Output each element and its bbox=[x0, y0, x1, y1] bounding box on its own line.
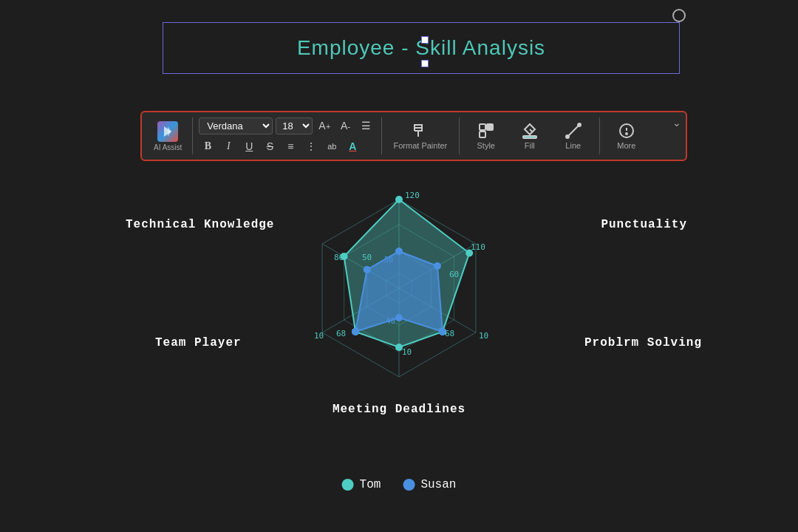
radar-chart: 120 110 60 68 10 68 40 86 50 50 10 10 bbox=[281, 170, 517, 409]
italic-button[interactable]: I bbox=[219, 137, 237, 155]
increase-font-button[interactable]: A+ bbox=[316, 117, 333, 134]
svg-point-7 bbox=[578, 123, 581, 126]
svg-point-29 bbox=[395, 248, 403, 255]
more-icon bbox=[618, 122, 635, 140]
underline-button[interactable]: U bbox=[240, 137, 258, 155]
font-size-select[interactable]: 18 bbox=[276, 117, 313, 134]
svg-point-23 bbox=[395, 196, 403, 203]
svg-rect-3 bbox=[480, 132, 485, 137]
legend-label-tom: Tom bbox=[360, 478, 381, 491]
svg-text:120: 120 bbox=[405, 191, 420, 200]
font-family-select[interactable]: Verdana bbox=[199, 117, 273, 134]
style-button[interactable]: Style bbox=[466, 119, 506, 153]
svg-rect-1 bbox=[480, 124, 485, 130]
strikethrough-button[interactable]: S bbox=[261, 137, 279, 155]
font-color-button[interactable]: A bbox=[344, 137, 361, 155]
svg-text:50: 50 bbox=[384, 256, 393, 264]
ai-assist-icon bbox=[157, 121, 178, 142]
svg-text:60: 60 bbox=[449, 270, 459, 279]
svg-point-6 bbox=[566, 135, 569, 138]
fill-button[interactable]: Fill bbox=[509, 119, 550, 153]
format-painter-icon bbox=[412, 122, 429, 140]
more-button[interactable]: More bbox=[606, 119, 647, 153]
svg-text:68: 68 bbox=[336, 329, 346, 338]
divider-3 bbox=[459, 117, 460, 154]
svg-point-34 bbox=[364, 266, 371, 273]
svg-line-5 bbox=[567, 125, 579, 137]
line-label: Line bbox=[565, 141, 581, 150]
svg-text:110: 110 bbox=[471, 242, 485, 252]
case-button[interactable]: ab bbox=[323, 137, 341, 155]
svg-text:86: 86 bbox=[334, 253, 344, 262]
label-problem-solving: Problrm Solving bbox=[584, 336, 702, 349]
ordered-list-button[interactable]: ≡ bbox=[282, 137, 299, 155]
svg-point-30 bbox=[434, 262, 441, 270]
svg-rect-4 bbox=[523, 136, 536, 138]
svg-text:68: 68 bbox=[445, 329, 454, 338]
style-label: Style bbox=[477, 141, 495, 150]
format-painter-button[interactable]: Format Painter bbox=[388, 119, 454, 153]
slide-title: Employee - Skill Analysis bbox=[178, 36, 664, 60]
align-button[interactable]: ☰ bbox=[358, 117, 375, 134]
rotate-handle[interactable] bbox=[672, 9, 686, 22]
font-row-1: Verdana 18 A+ A- ☰ bbox=[199, 117, 375, 134]
label-team-player: Team Player bbox=[155, 336, 242, 349]
svg-rect-2 bbox=[487, 124, 493, 130]
line-icon bbox=[565, 122, 582, 140]
chart-legend: Tom Susan bbox=[342, 478, 457, 491]
divider-2 bbox=[381, 117, 382, 154]
line-button[interactable]: Line bbox=[553, 119, 593, 153]
divider-1 bbox=[192, 117, 193, 154]
svg-text:10: 10 bbox=[314, 331, 324, 341]
svg-text:40: 40 bbox=[386, 316, 395, 326]
svg-text:10: 10 bbox=[479, 331, 488, 341]
title-container: Employee - Skill Analysis bbox=[163, 22, 680, 74]
decrease-font-button[interactable]: A- bbox=[337, 117, 355, 134]
unordered-list-button[interactable]: ⋮ bbox=[302, 137, 320, 155]
more-label: More bbox=[617, 141, 635, 150]
radar-chart-svg: 120 110 60 68 10 68 40 86 50 50 10 10 bbox=[281, 170, 517, 406]
svg-point-32 bbox=[395, 314, 403, 321]
legend-dot-susan bbox=[403, 479, 415, 491]
label-technical-knowledge: Technical Knowledge bbox=[126, 218, 274, 231]
font-row-2: B I U S ≡ ⋮ ab A bbox=[199, 137, 375, 155]
toolbar-collapse-button[interactable]: ⌄ bbox=[672, 117, 681, 129]
style-icon bbox=[477, 122, 495, 140]
ai-assist-label: AI Assist bbox=[154, 143, 182, 151]
ai-assist-button[interactable]: AI Assist bbox=[149, 118, 186, 154]
svg-point-33 bbox=[352, 328, 359, 335]
formatting-toolbar: AI Assist Verdana 18 A+ A- ☰ B I U S ≡ ⋮… bbox=[140, 111, 687, 161]
legend-item-tom: Tom bbox=[342, 478, 381, 491]
font-controls: Verdana 18 A+ A- ☰ B I U S ≡ ⋮ ab A bbox=[199, 117, 375, 155]
divider-4 bbox=[599, 117, 600, 154]
svg-point-10 bbox=[626, 133, 627, 134]
legend-label-susan: Susan bbox=[420, 478, 456, 491]
bold-button[interactable]: B bbox=[199, 137, 216, 155]
svg-text:50: 50 bbox=[362, 253, 372, 262]
legend-item-susan: Susan bbox=[403, 478, 456, 491]
label-punctuality: Punctuality bbox=[601, 218, 687, 231]
legend-dot-tom bbox=[342, 479, 354, 491]
format-painter-label: Format Painter bbox=[394, 141, 448, 150]
fill-icon bbox=[521, 122, 539, 140]
fill-label: Fill bbox=[525, 141, 535, 150]
svg-text:10: 10 bbox=[402, 347, 412, 357]
